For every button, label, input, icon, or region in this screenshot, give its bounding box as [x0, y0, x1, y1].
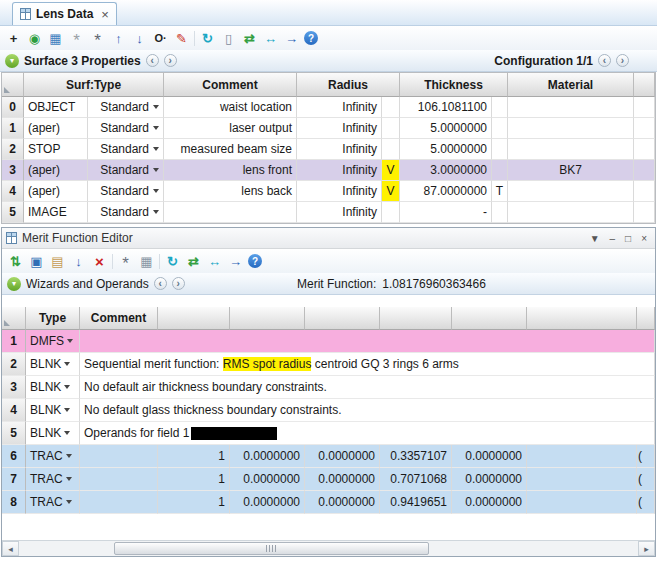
draw-pencil-icon[interactable] [173, 29, 190, 47]
surface-name-cell[interactable]: OBJECT [24, 97, 88, 118]
prev-surface-icon[interactable] [146, 54, 159, 67]
row-number-cell[interactable]: 1 [2, 330, 26, 353]
material-cell[interactable] [508, 118, 634, 139]
radius-flag-cell[interactable] [382, 139, 400, 160]
value-cell[interactable]: 1 [158, 468, 230, 491]
thickness-cell[interactable]: - [400, 202, 492, 223]
radius-variable-flag-cell[interactable]: V [382, 160, 400, 181]
row-number-cell[interactable]: 2 [2, 353, 26, 376]
comment-cell[interactable]: lens back [164, 181, 297, 202]
operand-type-cell[interactable]: BLNK [26, 376, 80, 399]
value-cell[interactable]: 0.0000000 [305, 491, 380, 514]
surface-type-cell[interactable]: Standard [88, 97, 164, 118]
row-number-cell[interactable]: 5 [2, 422, 26, 445]
mfe-title-bar[interactable]: Merit Function Editor ▼ – □ × [2, 228, 655, 249]
material-cell[interactable] [508, 181, 634, 202]
surface-name-cell[interactable]: (aper) [24, 160, 88, 181]
operand-comment-cell[interactable]: No default air thickness boundary constr… [80, 376, 655, 399]
thickness-flag-cell[interactable]: T [492, 181, 508, 202]
operand-type-cell[interactable]: BLNK [26, 422, 80, 445]
move-down-icon[interactable] [131, 29, 148, 47]
surface-name-cell[interactable]: (aper) [24, 181, 88, 202]
update-icon[interactable] [7, 252, 24, 270]
row-number-cell[interactable]: 5 [2, 202, 24, 223]
radius-cell[interactable]: Infinity [297, 97, 382, 118]
insert-surface-icon[interactable] [5, 29, 22, 47]
clipped-value-cell[interactable]: ( [637, 468, 655, 491]
value-cell[interactable]: 0.0000000 [230, 445, 305, 468]
surface-type-cell[interactable]: Standard [88, 139, 164, 160]
operand-type-cell[interactable]: TRAC [26, 445, 80, 468]
material-cell[interactable]: BK7 [508, 160, 634, 181]
thickness-flag-cell[interactable] [492, 97, 508, 118]
clipped-value-cell[interactable]: ( [637, 491, 655, 514]
thickness-cell[interactable]: 5.0000000 [400, 118, 492, 139]
close-icon[interactable]: × [641, 233, 647, 244]
swap-icon[interactable] [262, 29, 279, 47]
reload-icon[interactable] [164, 252, 181, 270]
operand-type-cell[interactable]: DMFS [26, 330, 80, 353]
dropdown-icon[interactable] [64, 362, 70, 366]
value-cell[interactable]: 0.7071068 [380, 468, 452, 491]
thickness-flag-cell[interactable] [492, 160, 508, 181]
report-icon[interactable] [220, 29, 237, 47]
save-icon[interactable] [28, 252, 45, 270]
operand-comment-cell[interactable] [80, 468, 158, 491]
radius-flag-cell[interactable] [382, 97, 400, 118]
value-cell[interactable]: 1 [158, 491, 230, 514]
value-cell[interactable]: 0.0000000 [452, 468, 527, 491]
dropdown-icon[interactable] [153, 147, 159, 151]
row-number-cell[interactable]: 6 [2, 445, 26, 468]
thickness-cell[interactable]: 5.0000000 [400, 139, 492, 160]
surface-type-cell[interactable]: Standard [88, 202, 164, 223]
value-cell[interactable] [527, 445, 637, 468]
operand-type-cell[interactable]: BLNK [26, 399, 80, 422]
value-cell[interactable] [527, 491, 637, 514]
maximize-icon[interactable]: □ [625, 233, 631, 244]
minimize-icon[interactable]: – [610, 233, 616, 244]
next-config-icon[interactable] [616, 54, 629, 67]
thickness-flag-cell[interactable] [492, 118, 508, 139]
tab-close-icon[interactable]: × [101, 7, 109, 22]
row-number-cell[interactable]: 8 [2, 491, 26, 514]
dropdown-icon[interactable] [64, 431, 70, 435]
material-cell[interactable] [508, 97, 634, 118]
row-number-cell[interactable]: 1 [2, 118, 24, 139]
radius-flag-cell[interactable] [382, 118, 400, 139]
sync-icon[interactable] [241, 29, 258, 47]
tilt-decenter-icon[interactable] [68, 29, 85, 47]
dropdown-icon[interactable] [153, 210, 159, 214]
operand-comment-cell[interactable]: Operands for field 1 [80, 422, 655, 445]
dropdown-icon[interactable] [64, 385, 70, 389]
grid-icon[interactable] [138, 252, 155, 270]
sync-icon[interactable] [185, 252, 202, 270]
go-forward-icon[interactable] [283, 29, 300, 47]
collapse-chevron-icon[interactable] [7, 277, 21, 291]
row-number-cell[interactable]: 3 [2, 160, 24, 181]
help-icon[interactable] [248, 254, 262, 268]
scrollbar-track[interactable] [19, 541, 638, 556]
prev-panel-icon[interactable] [154, 277, 167, 290]
operand-comment-cell[interactable]: Sequential merit function: RMS spot radi… [80, 353, 655, 376]
surface-name-cell[interactable]: (aper) [24, 118, 88, 139]
scrollbar-thumb[interactable] [114, 542, 429, 555]
operand-comment-cell[interactable] [80, 330, 655, 353]
comment-cell[interactable] [164, 202, 297, 223]
value-cell[interactable]: 0.0000000 [230, 468, 305, 491]
operand-comment-cell[interactable]: No default glass thickness boundary cons… [80, 399, 655, 422]
help-icon[interactable] [304, 31, 318, 45]
comment-cell[interactable]: laser output [164, 118, 297, 139]
dropdown-icon[interactable] [64, 408, 70, 412]
surface-type-cell[interactable]: Standard [88, 160, 164, 181]
row-number-cell[interactable]: 4 [2, 181, 24, 202]
image-icon[interactable] [47, 29, 64, 47]
operand-comment-cell[interactable] [80, 491, 158, 514]
load-icon[interactable] [49, 252, 66, 270]
aperture-marker-icon[interactable] [152, 29, 169, 47]
dropdown-icon[interactable] [153, 126, 159, 130]
tools-icon[interactable] [117, 252, 134, 270]
operand-comment-cell[interactable] [80, 445, 158, 468]
tab-lens-data[interactable]: Lens Data × [12, 2, 117, 25]
dropdown-icon[interactable] [66, 500, 72, 504]
comment-cell[interactable]: lens front [164, 160, 297, 181]
